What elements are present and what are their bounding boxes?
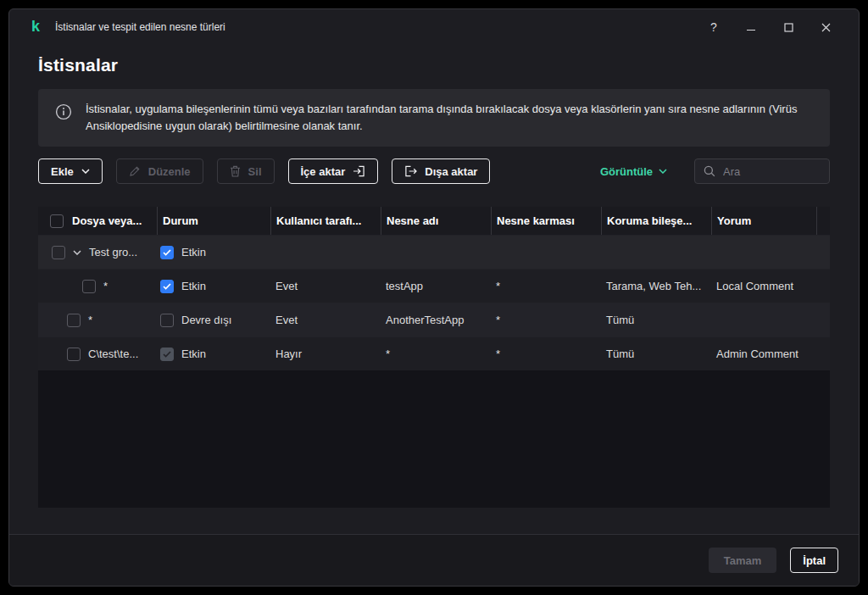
import-icon [353,165,365,177]
comment-cell: Local Comment [711,280,816,292]
file-path: C\test\te... [88,348,138,360]
file-path: * [103,280,108,292]
delete-button-label: Sil [248,165,262,178]
minimize-icon [746,22,756,32]
status-label: Etkin [181,246,206,259]
page-title: İstisnalar [38,55,859,75]
cancel-button[interactable]: İptal [790,548,838,573]
maximize-icon [784,23,793,32]
status-checkbox[interactable] [160,280,174,293]
column-header-comment[interactable]: Yorum [711,207,816,235]
close-button[interactable] [813,15,838,39]
minimize-button[interactable] [738,15,764,39]
object-name-cell: testApp [381,280,491,292]
row-main-cell: C\test\te... [38,348,157,361]
window-title: İstisnalar ve tespit edilen nesne türler… [55,21,225,33]
row-main-cell: * [38,280,157,293]
close-icon [821,23,831,32]
row-checkbox[interactable] [52,246,65,259]
chevron-down-icon [659,169,667,174]
status-label: Etkin [181,348,206,360]
status-label: Etkin [181,280,206,292]
column-header-object-hash[interactable]: Nesne karması [491,207,601,235]
toolbar: Ekle Düzenle Sil İçe aktar Dışa aktar Gö… [38,158,830,185]
row-checkbox[interactable] [82,280,96,293]
trash-icon [230,165,241,177]
status-checkbox[interactable] [160,348,174,361]
object-hash-cell: * [491,348,601,360]
table-group-row[interactable]: Test gro... Etkin [38,235,830,269]
status-label: Devre dışı [181,314,231,326]
view-dropdown-label: Görüntüle [600,165,653,178]
help-button[interactable]: ? [701,15,726,39]
add-button-label: Ekle [51,165,74,178]
select-all-checkbox[interactable] [50,214,64,228]
window-controls: ? [701,15,838,39]
object-name-cell: * [381,348,491,360]
add-button[interactable]: Ekle [38,158,103,184]
column-header-protection[interactable]: Koruma bileşe... [601,207,711,235]
user-defined-cell: Evet [270,314,381,326]
status-cell: Etkin [157,348,270,361]
view-dropdown[interactable]: Görüntüle [600,165,667,178]
object-name-cell: AnotherTestApp [381,314,491,326]
kaspersky-logo-icon: k [28,19,43,35]
maximize-button[interactable] [776,15,801,39]
user-defined-cell: Evet [270,280,381,292]
export-button[interactable]: Dışa aktar [392,158,490,184]
column-header-status[interactable]: Durum [157,207,270,235]
protection-cell: Tarama, Web Teh... [601,280,711,292]
edit-button[interactable]: Düzenle [116,158,203,184]
row-checkbox[interactable] [67,348,81,361]
table-header: Dosya veya... Durum Kullanıcı tarafı... … [38,207,830,235]
group-main-cell: Test gro... [38,246,157,259]
row-main-cell: * [38,314,157,327]
app-window: k İstisnalar ve tespit edilen nesne türl… [8,8,860,587]
edit-button-label: Düzenle [148,165,191,178]
info-banner-text: İstisnalar, uygulama bileşenlerinin tümü… [86,101,813,135]
protection-cell: Tümü [601,348,711,360]
info-icon [55,103,72,124]
import-button[interactable]: İçe aktar [288,158,379,184]
table-row[interactable]: * Etkin Evet testApp * Tarama, Web Teh..… [38,269,830,303]
ok-button[interactable]: Tamam [709,548,777,573]
pencil-icon [129,165,141,177]
chevron-down-icon[interactable] [73,250,81,255]
export-icon [404,165,417,177]
status-cell: Devre dışı [157,314,270,327]
file-path: * [88,314,92,326]
status-cell: Etkin [157,280,270,293]
info-banner: İstisnalar, uygulama bileşenlerinin tümü… [38,89,830,147]
select-all-cell [38,207,72,235]
user-defined-cell: Hayır [270,348,381,360]
column-header-object-name[interactable]: Nesne adı [381,207,491,235]
exclusions-table: Dosya veya... Durum Kullanıcı tarafı... … [38,207,830,508]
row-checkbox[interactable] [67,314,81,327]
column-header-file[interactable]: Dosya veya... [72,207,157,235]
table-header-filler [816,207,830,235]
column-header-user-defined[interactable]: Kullanıcı tarafı... [270,207,381,235]
object-hash-cell: * [491,280,601,292]
status-checkbox[interactable] [160,314,174,327]
title-bar: k İstisnalar ve tespit edilen nesne türl… [9,9,859,45]
table-row[interactable]: C\test\te... Etkin Hayır * * Tümü Admin … [38,336,830,370]
status-checkbox[interactable] [160,246,174,259]
chevron-down-icon [81,169,90,174]
protection-cell: Tümü [601,314,711,326]
comment-cell: Admin Comment [711,348,816,360]
delete-button[interactable]: Sil [217,158,275,184]
search-input[interactable] [723,165,821,178]
dialog-footer: Tamam İptal [9,534,859,586]
status-cell: Etkin [157,246,270,259]
object-hash-cell: * [491,314,601,326]
table-row[interactable]: * Devre dışı Evet AnotherTestApp * Tümü [38,303,830,336]
group-name: Test gro... [89,246,137,259]
search-box [694,158,830,184]
search-icon [704,165,715,177]
import-button-label: İçe aktar [301,165,346,178]
export-button-label: Dışa aktar [425,165,477,178]
